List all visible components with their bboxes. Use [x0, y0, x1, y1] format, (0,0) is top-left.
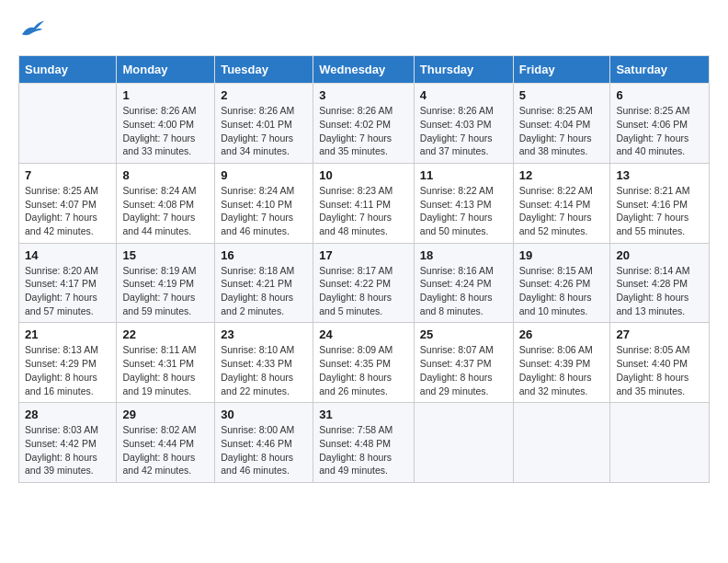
calendar-cell: 5Sunrise: 8:25 AM Sunset: 4:04 PM Daylig…	[513, 84, 610, 164]
day-info: Sunrise: 8:00 AM Sunset: 4:46 PM Dayligh…	[221, 423, 307, 477]
calendar-cell: 21Sunrise: 8:13 AM Sunset: 4:29 PM Dayli…	[19, 323, 117, 403]
day-number: 11	[420, 168, 507, 182]
calendar-cell: 30Sunrise: 8:00 AM Sunset: 4:46 PM Dayli…	[215, 403, 313, 483]
week-row-1: 1Sunrise: 8:26 AM Sunset: 4:00 PM Daylig…	[19, 84, 710, 164]
calendar-cell: 10Sunrise: 8:23 AM Sunset: 4:11 PM Dayli…	[313, 163, 415, 243]
calendar-cell: 16Sunrise: 8:18 AM Sunset: 4:21 PM Dayli…	[215, 243, 313, 323]
logo	[18, 18, 46, 40]
column-header-saturday: Saturday	[610, 56, 710, 84]
day-number: 8	[122, 168, 209, 182]
day-number: 20	[616, 248, 703, 262]
column-header-wednesday: Wednesday	[313, 56, 415, 84]
day-info: Sunrise: 8:26 AM Sunset: 4:02 PM Dayligh…	[319, 104, 408, 158]
day-number: 31	[319, 408, 408, 421]
day-info: Sunrise: 8:23 AM Sunset: 4:11 PM Dayligh…	[319, 184, 408, 238]
calendar-cell: 8Sunrise: 8:24 AM Sunset: 4:08 PM Daylig…	[117, 163, 215, 243]
day-info: Sunrise: 8:06 AM Sunset: 4:39 PM Dayligh…	[519, 343, 605, 397]
day-info: Sunrise: 8:21 AM Sunset: 4:16 PM Dayligh…	[616, 184, 703, 238]
calendar-cell: 26Sunrise: 8:06 AM Sunset: 4:39 PM Dayli…	[513, 323, 610, 403]
day-info: Sunrise: 8:17 AM Sunset: 4:22 PM Dayligh…	[319, 264, 408, 318]
day-number: 22	[122, 327, 209, 341]
day-number: 25	[420, 327, 507, 341]
calendar-cell: 22Sunrise: 8:11 AM Sunset: 4:31 PM Dayli…	[117, 323, 215, 403]
calendar-cell: 15Sunrise: 8:19 AM Sunset: 4:19 PM Dayli…	[117, 243, 215, 323]
day-number: 15	[122, 248, 209, 262]
calendar-cell: 9Sunrise: 8:24 AM Sunset: 4:10 PM Daylig…	[215, 163, 313, 243]
calendar-cell: 13Sunrise: 8:21 AM Sunset: 4:16 PM Dayli…	[610, 163, 710, 243]
calendar-cell: 6Sunrise: 8:25 AM Sunset: 4:06 PM Daylig…	[610, 84, 710, 164]
day-info: Sunrise: 8:15 AM Sunset: 4:26 PM Dayligh…	[519, 264, 605, 318]
day-info: Sunrise: 8:25 AM Sunset: 4:04 PM Dayligh…	[519, 104, 605, 158]
calendar-cell: 2Sunrise: 8:26 AM Sunset: 4:01 PM Daylig…	[215, 84, 313, 164]
day-info: Sunrise: 8:26 AM Sunset: 4:01 PM Dayligh…	[221, 104, 307, 158]
day-info: Sunrise: 8:25 AM Sunset: 4:06 PM Dayligh…	[616, 104, 703, 158]
day-info: Sunrise: 8:14 AM Sunset: 4:28 PM Dayligh…	[616, 264, 703, 318]
column-header-tuesday: Tuesday	[215, 56, 313, 84]
calendar-cell: 19Sunrise: 8:15 AM Sunset: 4:26 PM Dayli…	[513, 243, 610, 323]
week-row-2: 7Sunrise: 8:25 AM Sunset: 4:07 PM Daylig…	[19, 163, 710, 243]
calendar-cell: 18Sunrise: 8:16 AM Sunset: 4:24 PM Dayli…	[414, 243, 513, 323]
calendar-cell: 31Sunrise: 7:58 AM Sunset: 4:48 PM Dayli…	[313, 403, 415, 483]
day-info: Sunrise: 8:24 AM Sunset: 4:08 PM Dayligh…	[122, 184, 209, 238]
calendar-cell: 4Sunrise: 8:26 AM Sunset: 4:03 PM Daylig…	[414, 84, 513, 164]
day-number: 16	[221, 248, 307, 262]
day-info: Sunrise: 8:10 AM Sunset: 4:33 PM Dayligh…	[221, 343, 307, 397]
day-number: 12	[519, 168, 605, 182]
day-info: Sunrise: 8:09 AM Sunset: 4:35 PM Dayligh…	[319, 343, 408, 397]
calendar-cell	[414, 403, 513, 483]
calendar-cell: 23Sunrise: 8:10 AM Sunset: 4:33 PM Dayli…	[215, 323, 313, 403]
week-row-4: 21Sunrise: 8:13 AM Sunset: 4:29 PM Dayli…	[19, 323, 710, 403]
day-number: 26	[519, 327, 605, 341]
day-number: 27	[616, 327, 703, 341]
day-number: 23	[221, 327, 307, 341]
day-info: Sunrise: 8:05 AM Sunset: 4:40 PM Dayligh…	[616, 343, 703, 397]
day-number: 4	[420, 88, 507, 102]
day-number: 13	[616, 168, 703, 182]
day-number: 9	[221, 168, 307, 182]
calendar-cell: 14Sunrise: 8:20 AM Sunset: 4:17 PM Dayli…	[19, 243, 117, 323]
day-number: 18	[420, 248, 507, 262]
calendar-cell	[610, 403, 710, 483]
day-info: Sunrise: 8:18 AM Sunset: 4:21 PM Dayligh…	[221, 264, 307, 318]
calendar-cell: 7Sunrise: 8:25 AM Sunset: 4:07 PM Daylig…	[19, 163, 117, 243]
calendar-cell: 17Sunrise: 8:17 AM Sunset: 4:22 PM Dayli…	[313, 243, 415, 323]
day-number: 3	[319, 88, 408, 102]
day-info: Sunrise: 8:24 AM Sunset: 4:10 PM Dayligh…	[221, 184, 307, 238]
calendar-table: SundayMondayTuesdayWednesdayThursdayFrid…	[18, 55, 710, 483]
calendar-cell: 25Sunrise: 8:07 AM Sunset: 4:37 PM Dayli…	[414, 323, 513, 403]
calendar-cell: 24Sunrise: 8:09 AM Sunset: 4:35 PM Dayli…	[313, 323, 415, 403]
day-info: Sunrise: 8:02 AM Sunset: 4:44 PM Dayligh…	[122, 423, 209, 477]
day-number: 30	[221, 408, 307, 421]
day-info: Sunrise: 8:26 AM Sunset: 4:00 PM Dayligh…	[122, 104, 209, 158]
calendar-cell: 1Sunrise: 8:26 AM Sunset: 4:00 PM Daylig…	[117, 84, 215, 164]
day-info: Sunrise: 7:58 AM Sunset: 4:48 PM Dayligh…	[319, 423, 408, 477]
column-header-sunday: Sunday	[19, 56, 117, 84]
calendar-header-row: SundayMondayTuesdayWednesdayThursdayFrid…	[19, 56, 710, 84]
column-header-monday: Monday	[117, 56, 215, 84]
calendar-cell: 12Sunrise: 8:22 AM Sunset: 4:14 PM Dayli…	[513, 163, 610, 243]
calendar-cell	[513, 403, 610, 483]
day-info: Sunrise: 8:20 AM Sunset: 4:17 PM Dayligh…	[25, 264, 110, 318]
day-info: Sunrise: 8:22 AM Sunset: 4:14 PM Dayligh…	[519, 184, 605, 238]
day-number: 21	[25, 327, 110, 341]
day-info: Sunrise: 8:03 AM Sunset: 4:42 PM Dayligh…	[25, 423, 110, 477]
day-number: 28	[25, 408, 110, 421]
day-number: 1	[122, 88, 209, 102]
day-number: 19	[519, 248, 605, 262]
day-info: Sunrise: 8:11 AM Sunset: 4:31 PM Dayligh…	[122, 343, 209, 397]
day-number: 10	[319, 168, 408, 182]
day-number: 5	[519, 88, 605, 102]
day-number: 14	[25, 248, 110, 262]
day-info: Sunrise: 8:25 AM Sunset: 4:07 PM Dayligh…	[25, 184, 110, 238]
calendar-cell: 28Sunrise: 8:03 AM Sunset: 4:42 PM Dayli…	[19, 403, 117, 483]
week-row-5: 28Sunrise: 8:03 AM Sunset: 4:42 PM Dayli…	[19, 403, 710, 483]
calendar-cell: 29Sunrise: 8:02 AM Sunset: 4:44 PM Dayli…	[117, 403, 215, 483]
day-number: 6	[616, 88, 703, 102]
calendar-cell: 11Sunrise: 8:22 AM Sunset: 4:13 PM Dayli…	[414, 163, 513, 243]
column-header-friday: Friday	[513, 56, 610, 84]
column-header-thursday: Thursday	[414, 56, 513, 84]
calendar-cell: 27Sunrise: 8:05 AM Sunset: 4:40 PM Dayli…	[610, 323, 710, 403]
day-info: Sunrise: 8:26 AM Sunset: 4:03 PM Dayligh…	[420, 104, 507, 158]
day-info: Sunrise: 8:22 AM Sunset: 4:13 PM Dayligh…	[420, 184, 507, 238]
calendar-cell: 3Sunrise: 8:26 AM Sunset: 4:02 PM Daylig…	[313, 84, 415, 164]
